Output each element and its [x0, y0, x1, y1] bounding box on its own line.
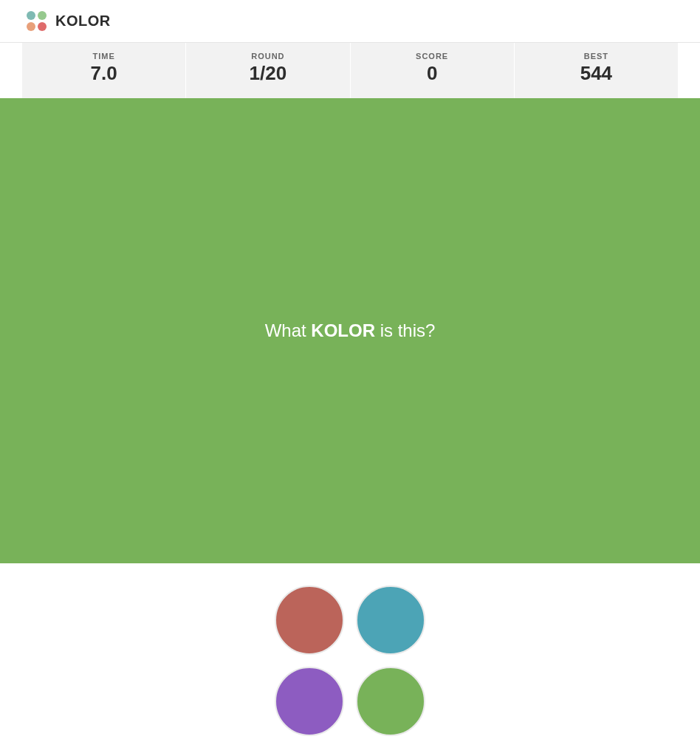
color-choice-4[interactable]	[356, 667, 425, 736]
target-color-panel: What KOLOR is this?	[0, 98, 700, 563]
stat-time-value: 7.0	[22, 62, 185, 85]
stats-bar: TIME 7.0 ROUND 1/20 SCORE 0 BEST 544	[0, 43, 700, 98]
prompt-strong: KOLOR	[311, 320, 375, 340]
color-choice-2[interactable]	[356, 585, 425, 655]
prompt: What KOLOR is this?	[265, 320, 436, 341]
stat-time-label: TIME	[22, 52, 185, 61]
stat-round-label: ROUND	[186, 52, 349, 61]
logo-dot-green	[38, 11, 47, 20]
stat-best: BEST 544	[515, 43, 678, 98]
header: KOLOR	[0, 0, 700, 43]
brand-name: KOLOR	[55, 13, 111, 30]
choices-grid	[275, 585, 425, 736]
logo-dot-teal	[27, 11, 35, 20]
stat-score: SCORE 0	[351, 43, 515, 98]
logo-dots-icon	[27, 11, 47, 31]
stat-score-value: 0	[351, 62, 514, 85]
logo-dot-red	[38, 22, 47, 31]
stat-round: ROUND 1/20	[186, 43, 350, 98]
prompt-post: is this?	[375, 320, 435, 340]
stat-score-label: SCORE	[351, 52, 514, 61]
stat-round-value: 1/20	[186, 62, 349, 85]
stat-best-label: BEST	[515, 52, 678, 61]
color-choice-1[interactable]	[275, 585, 344, 655]
stat-time: TIME 7.0	[22, 43, 186, 98]
prompt-pre: What	[265, 320, 312, 340]
logo-dot-orange	[27, 22, 35, 31]
stat-best-value: 544	[515, 62, 678, 85]
choices-area	[0, 563, 700, 756]
color-choice-3[interactable]	[275, 667, 344, 736]
